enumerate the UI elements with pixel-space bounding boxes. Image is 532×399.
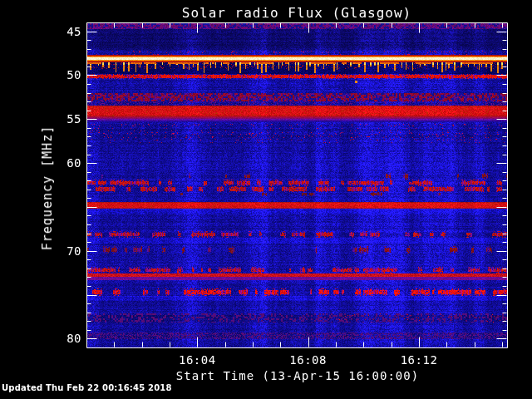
update-timestamp: Updated Thu Feb 22 00:16:45 2018 [2,383,172,392]
x-tick-label: 16:12 [401,353,438,367]
y-tick-label: 70 [66,244,81,258]
y-tick-label: 45 [66,25,81,38]
x-tick-label: 16:04 [179,353,216,367]
plot-title: Solar radio Flux (Glasgow) [182,5,411,21]
y-tick-label: 55 [66,112,81,126]
spectrogram-app-window: Solar radio Flux (Glasgow) Frequency [MH… [0,0,532,399]
y-tick-label: 50 [66,68,81,81]
y-axis-label: Frequency [MHz] [40,126,55,250]
x-axis-label: Start Time (13-Apr-15 16:00:00) [176,369,419,382]
y-tick-label: 80 [66,332,81,345]
x-tick-label: 16:08 [289,353,327,367]
y-tick-label: 60 [66,156,81,170]
